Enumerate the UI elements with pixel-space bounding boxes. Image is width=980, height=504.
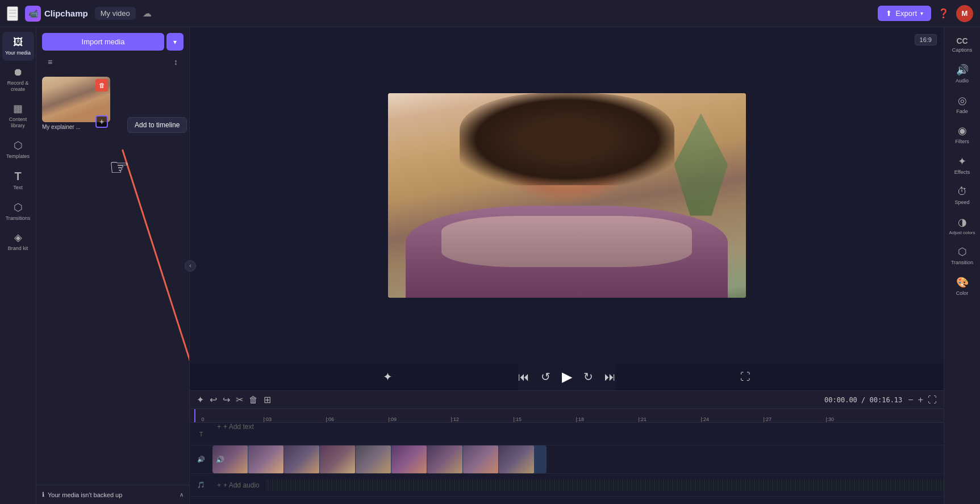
rewind-button[interactable]: ↺ (541, 370, 551, 384)
help-icon[interactable]: ❓ (938, 8, 949, 19)
sort-icon[interactable]: ↕ (174, 57, 178, 66)
templates-label: Templates (6, 153, 30, 160)
fullscreen-button[interactable]: ⛶ (740, 371, 750, 383)
brand-kit-label: Brand kit (8, 245, 28, 252)
zoom-out-button[interactable]: − (908, 395, 913, 405)
undo-button[interactable]: ↩ (210, 394, 217, 405)
export-icon: ⬆ (886, 9, 892, 18)
audio-waveform (264, 480, 944, 491)
add-media-button[interactable]: + (95, 115, 108, 128)
video-track-label: 🔊 (190, 456, 212, 463)
skip-forward-button[interactable]: ⏭ (604, 370, 616, 384)
captions-label: Captions (952, 47, 973, 53)
media-thumb-my-explainer[interactable]: 🗑 + My explainer ... (42, 77, 110, 130)
collapse-panel-button[interactable]: ‹ (185, 260, 196, 272)
captions-icon: CC (956, 36, 968, 45)
import-media-button[interactable]: Import media (42, 33, 164, 51)
sidebar-item-record-create[interactable]: ⏺ Record & create (2, 62, 34, 97)
topbar: ☰ 📹 Clipchamp My video ☁ ⬆ Export ▾ ❓ M (0, 0, 980, 27)
export-button[interactable]: ⬆ Export ▾ (878, 6, 931, 21)
zoom-fit-button[interactable]: ⛶ (928, 395, 937, 405)
redo-button[interactable]: ↪ (223, 394, 230, 405)
right-item-effects[interactable]: ✦ Effects (946, 151, 978, 180)
right-item-transition[interactable]: ⬡ Transition (946, 241, 978, 270)
video-preview (388, 93, 746, 298)
effects-label: Effects (954, 169, 970, 176)
audio-icon: 🔊 (956, 64, 969, 76)
logo-icon: 📹 (25, 6, 41, 22)
app-logo: 📹 Clipchamp (25, 6, 88, 22)
playhead-indicator (194, 409, 195, 422)
sidebar-item-content-library[interactable]: ▦ Content library (2, 98, 34, 134)
add-audio-icon: + (217, 481, 221, 489)
backup-notice-text: Your media isn't backed up (48, 491, 122, 498)
video-frame-8 (463, 445, 498, 473)
add-to-timeline-tooltip: Add to timeline (127, 117, 187, 133)
aspect-ratio-button[interactable]: 16:9 (915, 34, 937, 45)
backup-info-icon: ℹ (42, 491, 44, 498)
ruler-mark-06: |:06 (274, 416, 336, 422)
sidebar-item-your-media[interactable]: 🖼 Your media (2, 32, 34, 61)
menu-button[interactable]: ☰ (7, 6, 18, 21)
right-item-audio[interactable]: 🔊 Audio (946, 59, 978, 89)
play-button[interactable]: ▶ (562, 369, 572, 385)
video-clip[interactable]: 🔊 (212, 445, 547, 473)
sidebar-item-text[interactable]: T Text (2, 165, 34, 195)
save-icon[interactable]: ☁ (143, 8, 152, 19)
add-audio-button[interactable]: + + Add audio (212, 481, 264, 489)
add-audio-label: + Add audio (223, 481, 260, 489)
text-label: Text (13, 185, 23, 191)
magic-effects-button[interactable]: ✦ (383, 370, 393, 384)
project-title[interactable]: My video (95, 7, 136, 20)
right-item-adjust-colors[interactable]: ◑ Adjust colors (946, 211, 978, 240)
user-avatar[interactable]: M (956, 5, 973, 22)
ruler-mark-03: |:03 (211, 416, 274, 422)
video-frames (212, 445, 534, 473)
more-tools-button[interactable]: ⊞ (264, 394, 271, 405)
right-item-fade[interactable]: ◎ Fade (946, 90, 978, 119)
media-panel: Import media ▾ ≡ ↕ 🗑 + My explainer ... (36, 27, 190, 504)
right-item-filters[interactable]: ◉ Filters (946, 120, 978, 149)
export-label: Export (895, 9, 917, 18)
backup-chevron-icon[interactable]: ∧ (180, 491, 184, 498)
add-text-button[interactable]: + + Add text (212, 423, 944, 431)
right-item-speed[interactable]: ⏱ Speed (946, 181, 978, 210)
forward-button[interactable]: ↻ (583, 370, 593, 384)
cut-button[interactable]: ✂ (236, 394, 243, 405)
your-media-label: Your media (5, 50, 31, 56)
video-frame-2 (248, 445, 283, 473)
ruler-mark-30: |:30 (774, 416, 836, 422)
app-name: Clipchamp (44, 9, 88, 18)
timeline-toolbar: ✦ ↩ ↪ ✂ 🗑 ⊞ 00:00.00 / 00:16.13 − + ⛶ (190, 391, 944, 409)
your-media-icon: 🖼 (13, 36, 23, 48)
media-grid: 🗑 + My explainer ... Add to timeline (36, 72, 189, 485)
sidebar-item-transitions[interactable]: ⬡ Transitions (2, 197, 34, 226)
topbar-right: ⬆ Export ▾ ❓ M (878, 5, 973, 22)
skip-back-button[interactable]: ⏮ (518, 370, 529, 384)
media-panel-header: Import media ▾ ≡ ↕ (36, 27, 189, 72)
text-track-label: T (190, 431, 212, 438)
brand-kit-icon: ◈ (14, 231, 22, 244)
fade-icon: ◎ (958, 94, 967, 107)
magic-cut-tool[interactable]: ✦ (197, 394, 204, 405)
delete-button[interactable]: 🗑 (249, 395, 258, 405)
import-dropdown-button[interactable]: ▾ (166, 33, 184, 51)
sidebar-item-templates[interactable]: ⬡ Templates (2, 135, 34, 164)
speed-icon: ⏱ (957, 186, 968, 198)
filter-icon[interactable]: ≡ (48, 57, 52, 66)
right-item-captions[interactable]: CC Captions (946, 32, 978, 58)
content-library-icon: ▦ (13, 102, 23, 115)
right-item-color[interactable]: 🎨 Color (946, 272, 978, 301)
ruler-mark-0: 0 (194, 416, 211, 422)
ruler-mark-18: |:18 (524, 416, 586, 422)
delete-media-button[interactable]: 🗑 (95, 79, 108, 91)
playback-wrapper: ✦ ⏮ ↺ ▶ ↻ ⏭ ⛶ (190, 363, 944, 390)
add-text-label: + Add text (223, 423, 254, 431)
video-track-content[interactable]: 🔊 (212, 445, 944, 473)
ruler-mark-15: |:15 (461, 416, 524, 422)
zoom-in-button[interactable]: + (918, 395, 923, 405)
sidebar-item-brand-kit[interactable]: ◈ Brand kit (2, 227, 34, 256)
text-icon: T (14, 170, 21, 183)
fade-label: Fade (956, 109, 968, 115)
video-frame-7 (427, 445, 462, 473)
